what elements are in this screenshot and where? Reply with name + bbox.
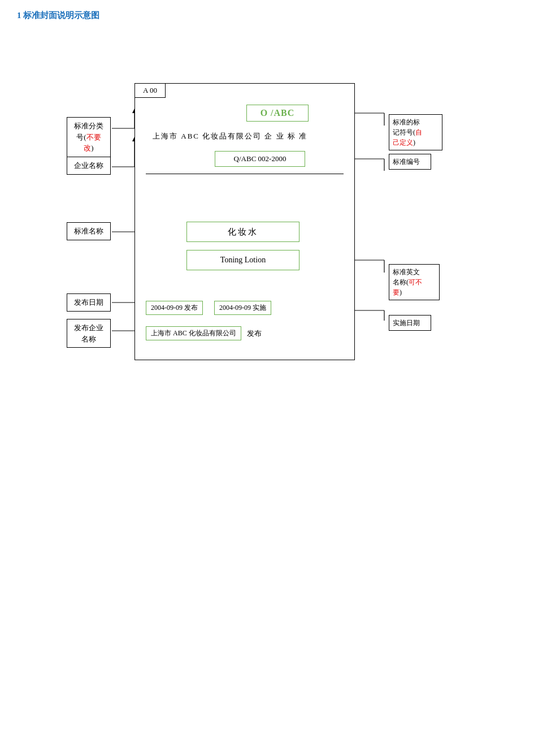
label-standard-name: 标准名称 <box>67 222 111 240</box>
date-row: 2004-09-09 发布 2004-09-09 实施 <box>146 301 346 315</box>
box-standard-num: Q/ABC 002-2000 <box>215 151 305 167</box>
impl-date-box: 2004-09-09 实施 <box>214 301 271 315</box>
box-oabc: O /ABC <box>246 105 309 122</box>
box-en-name: Toning Lotion <box>186 250 299 270</box>
label-impl-date: 实施日期 <box>389 315 431 331</box>
box-a00: A 00 <box>134 83 166 98</box>
publisher-row: 上海市 ABC 化妆品有限公司 发布 <box>146 326 346 340</box>
label-en-name: 标准英文名称(可不要) <box>389 264 440 300</box>
publisher-suffix: 发布 <box>247 329 262 339</box>
label-publish-date: 发布日期 <box>67 293 111 312</box>
publisher-name-box: 上海市 ABC 化妆品有限公司 <box>146 326 241 340</box>
cover-separator-line <box>146 174 344 174</box>
publish-date-box: 2004-09-09 发布 <box>146 301 203 315</box>
label-standard-no: 标准编号 <box>389 154 431 170</box>
label-company-name: 企业名称 <box>67 157 111 175</box>
page-title: 1 标准封面说明示意图 <box>0 0 534 27</box>
label-publisher: 发布企业名称 <box>67 319 111 348</box>
box-cn-name: 化妆水 <box>186 222 299 242</box>
label-classification: 标准分类号(不要改) <box>67 117 111 157</box>
company-header: 上海市 ABC 化妆品有限公司 企 业 标 准 <box>153 131 356 141</box>
label-standard-mark: 标准的标记符号(自己定义) <box>389 114 442 150</box>
